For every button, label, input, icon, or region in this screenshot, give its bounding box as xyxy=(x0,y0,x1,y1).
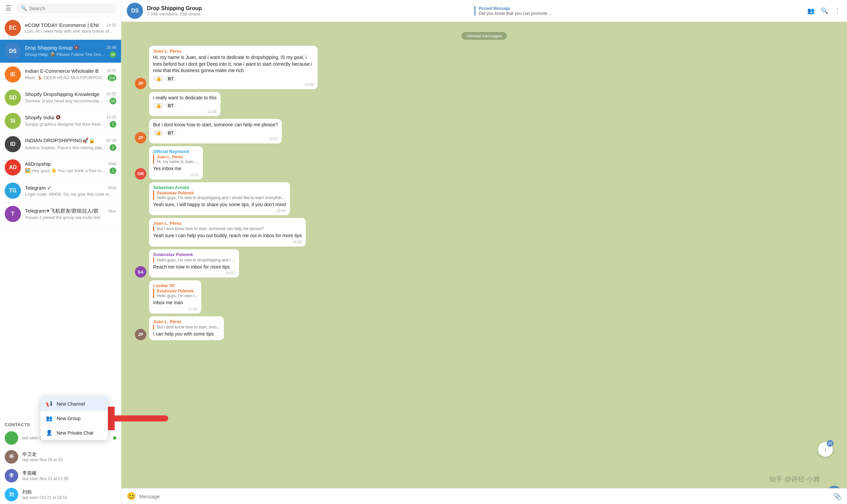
contact-status-c3: last seen Nov 21 at 21:30 xyxy=(22,476,116,481)
chat-preview-shopify-dropshipping: Tomiwa: If you need any recommenda...26 xyxy=(25,98,116,105)
chat-name-telegram-cn: Telegram✈飞机群发/群组拉人/群... ✓ xyxy=(25,208,99,214)
emoji-button[interactable]: 😊 xyxy=(127,492,136,501)
contact-avatar-c3: 李 xyxy=(5,469,18,483)
message-row-m8: Lucâaz VIISviatoslav PolenokHello guys, … xyxy=(135,280,833,314)
message-input[interactable] xyxy=(139,493,830,499)
badge-shopify-dropshipping: 26 xyxy=(109,98,116,105)
message-row-m3: JPBut i dont know how to start, someone … xyxy=(135,119,833,144)
chat-item-alidropship[interactable]: ADAliDropshipWed🖼️ Hey guys 👋 You can bo… xyxy=(0,156,121,179)
chat-preview-text-ecom-today: Luis: Hi I need help with one store onli… xyxy=(25,29,112,34)
message-sender-m7: Sviatoslav Polenok xyxy=(153,252,235,257)
context-menu-icon-new-private-chat: 👤 xyxy=(46,430,53,436)
message-sender-m9: Juan L. Pérez xyxy=(153,319,220,324)
chat-preview-text-shopify-india: Sanjay graphics designer full time freel… xyxy=(25,122,104,127)
message-time-m6: 15:50 xyxy=(153,240,302,244)
chat-preview-indian-ecommerce: Meet: 🦌 DEER HEAD MULTIPURPOS...254 xyxy=(25,74,116,81)
message-row-m1: JPJuan L. PérezHi, my name is Juan, and … xyxy=(135,46,833,89)
context-menu-item-new-group[interactable]: 👥New Group xyxy=(40,411,108,426)
members-button[interactable]: 👥 xyxy=(806,6,816,16)
contact-status-c2: last seen Nov 28 at 20 xyxy=(22,457,116,462)
chat-time-telegram-official: Wed xyxy=(108,186,116,190)
search-button[interactable]: 🔍 xyxy=(819,6,829,16)
chat-header-name: Drop Shipping Group xyxy=(147,5,470,12)
context-menu-item-new-private-chat[interactable]: 👤New Private Chat xyxy=(40,426,108,440)
chat-info-shopify-dropshipping: Shopify Dropshipping Knowledge ...15:52T… xyxy=(25,91,116,105)
main-chat: DS Drop Shipping Group 7 048 members, 25… xyxy=(121,0,847,504)
contact-name-c2: 毕卫龙 xyxy=(22,451,116,457)
message-sender-m6: Juan L. Pérez xyxy=(153,221,302,226)
contact-item-c3[interactable]: 李李晨曦last seen Nov 21 at 21:30 xyxy=(0,466,121,485)
reply-text-m8: Hello guys, I'm new t... xyxy=(157,293,197,298)
contact-avatar-c4: 刘 xyxy=(5,488,18,501)
chat-time-drop-shipping-group: 16:46 xyxy=(106,45,116,50)
context-menu-item-new-channel[interactable]: 📢New Channel xyxy=(40,397,108,411)
chat-info-drop-shipping-group: Drop Shipping Group🔇16:46Group Help: 📦 P… xyxy=(25,45,116,58)
reaction-m1-1[interactable]: BT xyxy=(165,75,176,82)
reaction-m3-1[interactable]: BT xyxy=(165,130,176,136)
contact-item-c2[interactable]: 毕毕卫龙last seen Nov 28 at 20 xyxy=(0,447,121,466)
message-sender-m4: Official Raymond xyxy=(153,149,199,154)
reply-text-m9: But i dont know how to start, som... xyxy=(157,325,220,329)
chat-item-shopify-dropshipping[interactable]: SDShopify Dropshipping Knowledge ...15:5… xyxy=(0,86,121,109)
chat-name-row-shopify-dropshipping: Shopify Dropshipping Knowledge ...15:52 xyxy=(25,91,116,97)
search-box[interactable]: 🔍 xyxy=(16,3,117,13)
message-bubble-m3: But i dont know how to start, someone ca… xyxy=(149,119,282,144)
chat-name-telegram-official: Telegram ✓ xyxy=(25,185,52,191)
chat-avatar: DS xyxy=(127,3,143,19)
chat-info-indian-dropshipping: INDIAN DROPSHIPPING🚀🔒02:19Adelina Sophia… xyxy=(25,138,116,151)
message-sender-m1: Juan L. Pérez xyxy=(153,49,314,54)
chat-item-drop-shipping-group[interactable]: DSDrop Shipping Group🔇16:46Group Help: 📦… xyxy=(0,40,121,63)
chat-item-shopify-india[interactable]: SIShopify India🔇14:33Sanjay graphics des… xyxy=(0,109,121,133)
message-text-m8: Inbox me man xyxy=(153,300,197,306)
chat-header-actions: 👥 🔍 ⋮ xyxy=(806,6,842,16)
mute-icon-shopify-india: 🔇 xyxy=(56,115,61,120)
message-text-m6: Yeah sure I can help you out buddy, reac… xyxy=(153,232,302,239)
scroll-down-button[interactable]: ↓ 88 xyxy=(818,442,833,457)
search-input[interactable] xyxy=(29,5,112,11)
chat-name-row-telegram-cn: Telegram✈飞机群发/群组拉人/群... ✓Mon xyxy=(25,208,116,214)
chat-preview-telegram-cn: Yixuan z joined the group via invite lin… xyxy=(25,215,116,220)
chat-header-members: 7 048 members, 258 online xyxy=(147,12,470,17)
chat-name-alidropship: AliDropship xyxy=(25,161,51,167)
chat-preview-telegram-official: Login code: 49450. Do not give this code… xyxy=(25,192,116,197)
hamburger-button[interactable]: ☰ xyxy=(4,3,13,14)
context-menu: 📢New Channel👥New Group👤New Private Chat xyxy=(40,397,108,440)
chat-item-indian-dropshipping[interactable]: IDINDIAN DROPSHIPPING🚀🔒02:19Adelina Soph… xyxy=(0,133,121,156)
message-bubble-m1: Juan L. PérezHi, my name is Juan, and i … xyxy=(149,46,317,89)
chat-avatar-shopify-dropshipping: SD xyxy=(5,90,21,106)
chat-preview-shopify-india: Sanjay graphics designer full time freel… xyxy=(25,121,116,128)
chat-name-shopify-dropshipping: Shopify Dropshipping Knowledge ... xyxy=(25,91,99,97)
chat-name-shopify-india: Shopify India🔇 xyxy=(25,114,61,120)
pinned-message-area[interactable]: Pinned Message Did you know that you can… xyxy=(474,6,802,16)
chat-item-indian-ecommerce[interactable]: IEIndian E-Commerce Wholsaler B2...16:37… xyxy=(0,63,121,86)
chat-item-telegram-cn[interactable]: TTelegram✈飞机群发/群组拉人/群... ✓MonYixuan z jo… xyxy=(0,202,121,226)
reaction-m1-0[interactable]: 👍 xyxy=(153,75,164,82)
reaction-m2-1[interactable]: BT xyxy=(165,103,176,109)
attach-button[interactable]: 📎 xyxy=(833,492,842,500)
chat-avatar-telegram-official: TG xyxy=(5,183,21,199)
message-reply-m6: But i dont know how to start, someone ca… xyxy=(153,227,302,231)
chat-header: DS Drop Shipping Group 7 048 members, 25… xyxy=(121,0,847,22)
chat-preview-text-shopify-dropshipping: Tomiwa: If you need any recommenda... xyxy=(25,98,103,104)
message-time-m4: 13:21 xyxy=(153,173,199,177)
chat-preview-text-drop-shipping-group: Group Help: 📦 Please Follow The Gro... xyxy=(25,52,105,57)
chat-info-indian-ecommerce: Indian E-Commerce Wholsaler B2...16:37Me… xyxy=(25,68,116,81)
messages-area: Unread messages JPJuan L. PérezHi, my na… xyxy=(121,22,847,488)
chat-info-telegram-cn: Telegram✈飞机群发/群组拉人/群... ✓MonYixuan z joi… xyxy=(25,208,116,220)
badge-shopify-india: 1 xyxy=(109,121,116,128)
chat-item-ecom-today[interactable]: ECeCOM TODAY Ecommerce | ENG C...🔇16:55L… xyxy=(0,17,121,40)
reaction-m3-0[interactable]: 👍 xyxy=(153,130,164,136)
message-row-m4: OROfficial RaymondJuan L. PérezHi, my na… xyxy=(135,146,833,180)
chat-name-row-indian-ecommerce: Indian E-Commerce Wholsaler B2...16:37 xyxy=(25,68,116,74)
message-avatar-m7: SA xyxy=(135,266,146,277)
online-dot-c1 xyxy=(113,436,116,440)
message-bubble-m4: Official RaymondJuan L. PérezHi, my name… xyxy=(149,146,203,180)
unread-divider: Unread messages xyxy=(135,32,833,40)
reply-sender-m4: Juan L. Pérez xyxy=(157,155,199,159)
more-button[interactable]: ⋮ xyxy=(833,6,842,16)
chat-item-telegram-official[interactable]: TGTelegram ✓WedLogin code: 49450. Do not… xyxy=(0,179,121,202)
chat-preview-indian-dropshipping: Adelina Sophia: There's this mining plat… xyxy=(25,144,116,151)
reaction-m2-0[interactable]: 👍 xyxy=(153,103,164,109)
contact-item-c4[interactable]: 刘刘焰last seen Oct 21 at 18:15 xyxy=(0,485,121,504)
message-time-m5: 15:49 xyxy=(153,209,286,213)
